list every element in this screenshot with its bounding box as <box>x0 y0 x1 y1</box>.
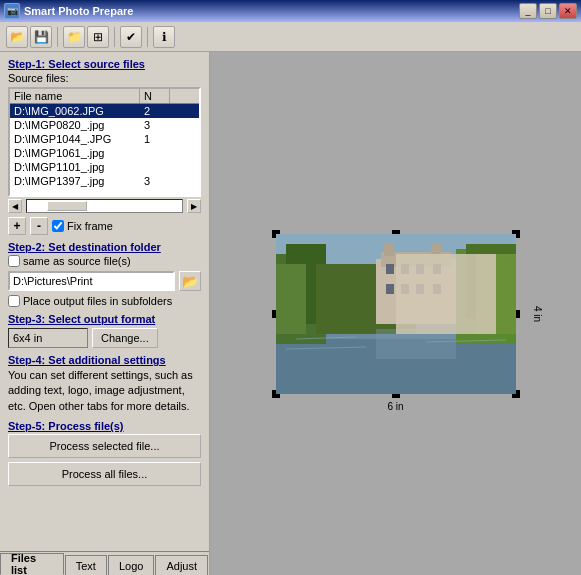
add-file-button[interactable]: + <box>8 217 26 235</box>
open-file-button[interactable]: 📂 <box>6 26 28 48</box>
tab-adjust[interactable]: Adjust <box>155 555 208 575</box>
save-button[interactable]: 💾 <box>30 26 52 48</box>
same-source-checkbox[interactable] <box>8 255 20 267</box>
file-row[interactable]: D:\IMGP1061_.jpg <box>10 146 199 160</box>
toolbar-separator-2 <box>114 27 115 47</box>
change-format-button[interactable]: Change... <box>92 328 158 348</box>
window-title: Smart Photo Prepare <box>24 5 133 17</box>
file-list-header: File name N <box>10 89 199 104</box>
steps-area: Step-1: Select source files Source files… <box>0 52 209 551</box>
process-all-button[interactable]: Process all files... <box>8 462 201 486</box>
step2-section: Step-2: Set destination folder same as s… <box>8 241 201 307</box>
toolbar: 📂 💾 📁 ⊞ ✔ ℹ <box>0 22 581 52</box>
right-panel: 4 in 6 in <box>210 52 581 575</box>
dest-folder-input[interactable] <box>8 271 175 291</box>
file-name-cell: D:\IMGP0820_.jpg <box>10 119 140 131</box>
fix-frame-text: Fix frame <box>67 220 113 232</box>
fix-frame-label: Fix frame <box>52 220 113 232</box>
maximize-button[interactable]: □ <box>539 3 557 19</box>
file-num-cell: 2 <box>140 105 170 117</box>
svg-rect-17 <box>433 264 441 274</box>
file-name-cell: D:\IMG_0062.JPG <box>10 105 140 117</box>
svg-rect-21 <box>433 284 441 294</box>
file-row[interactable]: D:\IMGP0820_.jpg3 <box>10 118 199 132</box>
svg-rect-5 <box>276 264 306 334</box>
col-num-header: N <box>140 89 170 103</box>
bottom-tabs: Files list Text Logo Adjust <box>0 551 209 575</box>
file-row[interactable]: D:\IMGP1397_.jpg3 <box>10 174 199 188</box>
file-num-cell: 3 <box>140 119 170 131</box>
file-num-cell <box>140 147 170 159</box>
file-num-cell: 3 <box>140 175 170 187</box>
step5-section: Step-5: Process file(s) Process selected… <box>8 420 201 486</box>
width-dimension-label: 6 in <box>387 401 403 412</box>
step4-desc: You can set different settings, such as … <box>8 368 201 414</box>
step1-section: Step-1: Select source files Source files… <box>8 58 201 235</box>
close-button[interactable]: ✕ <box>559 3 577 19</box>
step2-title: Step-2: Set destination folder <box>8 241 201 253</box>
file-name-cell: D:\IMGP1061_.jpg <box>10 147 140 159</box>
preview-svg <box>276 234 516 394</box>
step5-title: Step-5: Process file(s) <box>8 420 201 432</box>
tab-logo[interactable]: Logo <box>108 555 154 575</box>
window-controls: _ □ ✕ <box>519 3 577 19</box>
minimize-button[interactable]: _ <box>519 3 537 19</box>
svg-rect-13 <box>431 244 441 256</box>
title-bar: 📷 Smart Photo Prepare _ □ ✕ <box>0 0 581 22</box>
svg-rect-14 <box>386 264 394 274</box>
subfolders-text: Place output files in subfolders <box>23 295 172 307</box>
file-list-container: File name N D:\IMG_0062.JPG2D:\IMGP0820_… <box>8 87 201 197</box>
file-name-cell: D:\IMGP1101_.jpg <box>10 161 140 173</box>
step4-title: Step-4: Set additional settings <box>8 354 201 366</box>
step1-title: Step-1: Select source files <box>8 58 201 70</box>
step3-title: Step-3: Select output format <box>8 313 201 325</box>
browse-folder-button[interactable]: 📂 <box>179 271 201 291</box>
dest-folder-row: 📂 <box>8 271 201 291</box>
toolbar-separator-3 <box>147 27 148 47</box>
step4-section: Step-4: Set additional settings You can … <box>8 354 201 414</box>
left-panel: Step-1: Select source files Source files… <box>0 52 210 575</box>
step3-section: Step-3: Select output format 6x4 in Chan… <box>8 313 201 348</box>
format-row: 6x4 in Change... <box>8 328 201 348</box>
process-selected-button[interactable]: Process selected file... <box>8 434 201 458</box>
step1-subtitle: Source files: <box>8 72 201 84</box>
file-list-scroll[interactable]: File name N D:\IMG_0062.JPG2D:\IMGP0820_… <box>10 89 199 195</box>
grid-button[interactable]: ⊞ <box>87 26 109 48</box>
file-row[interactable]: D:\IMGP1101_.jpg <box>10 160 199 174</box>
scroll-left-button[interactable]: ◀ <box>8 199 22 213</box>
scroll-right-button[interactable]: ▶ <box>187 199 201 213</box>
list-scroll-area: ◀ ▶ <box>8 199 201 213</box>
info-button[interactable]: ℹ <box>153 26 175 48</box>
scroll-thumb <box>47 201 87 211</box>
tab-text[interactable]: Text <box>65 555 107 575</box>
fix-frame-checkbox[interactable] <box>52 220 64 232</box>
preview-frame: 4 in 6 in <box>276 234 516 394</box>
file-name-cell: D:\IMGP1044_.JPG <box>10 133 140 145</box>
toolbar-separator-1 <box>57 27 58 47</box>
file-row[interactable]: D:\IMGP1044_.JPG1 <box>10 132 199 146</box>
list-buttons: + - Fix frame <box>8 217 201 235</box>
svg-rect-22 <box>376 329 456 359</box>
svg-rect-16 <box>416 264 424 274</box>
check-button[interactable]: ✔ <box>120 26 142 48</box>
same-source-text: same as source file(s) <box>23 255 131 267</box>
tab-files-list[interactable]: Files list <box>0 553 64 575</box>
col-name-header: File name <box>10 89 140 103</box>
svg-rect-12 <box>384 244 394 256</box>
same-source-row: same as source file(s) <box>8 255 201 267</box>
subfolders-checkbox[interactable] <box>8 295 20 307</box>
format-display: 6x4 in <box>8 328 88 348</box>
svg-rect-15 <box>401 264 409 274</box>
main-layout: Step-1: Select source files Source files… <box>0 52 581 575</box>
file-list: D:\IMG_0062.JPG2D:\IMGP0820_.jpg3D:\IMGP… <box>10 104 199 188</box>
svg-rect-18 <box>386 284 394 294</box>
preview-frame-container: 4 in 6 in <box>276 234 516 394</box>
svg-rect-19 <box>401 284 409 294</box>
folder-button[interactable]: 📁 <box>63 26 85 48</box>
height-dimension-label: 4 in <box>532 305 543 321</box>
preview-image <box>276 234 516 394</box>
remove-file-button[interactable]: - <box>30 217 48 235</box>
file-num-cell <box>140 161 170 173</box>
scroll-track[interactable] <box>26 199 183 213</box>
file-row[interactable]: D:\IMG_0062.JPG2 <box>10 104 199 118</box>
